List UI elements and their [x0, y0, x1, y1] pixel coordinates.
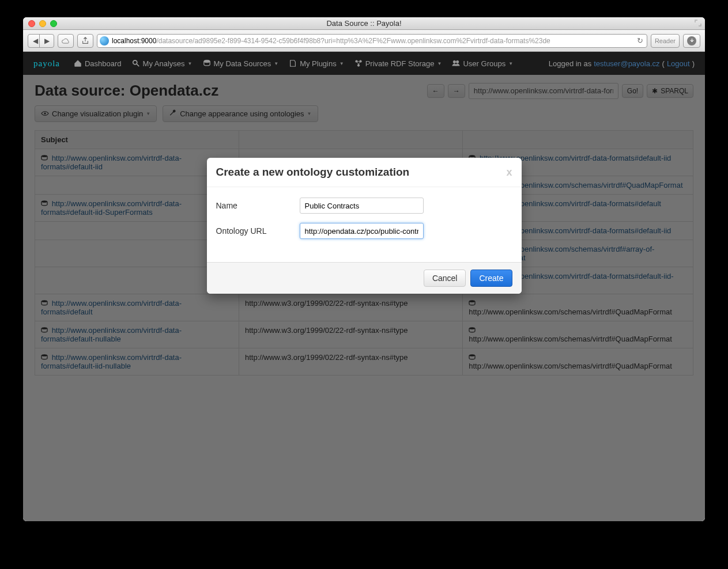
ontology-url-label: Ontology URL [216, 226, 300, 236]
reader-button[interactable]: Reader [651, 34, 680, 48]
nav-my-plugins[interactable]: My Plugins ▼ [289, 59, 344, 68]
download-icon [687, 36, 696, 45]
modal-header: Create a new ontology customization x [207, 158, 522, 187]
cancel-button[interactable]: Cancel [424, 270, 466, 287]
chevron-down-icon: ▼ [508, 61, 513, 66]
current-user-link[interactable]: testuser@payola.cz [594, 59, 659, 68]
url-host: localhost:9000 [112, 37, 156, 45]
nav-private-rdf-storage[interactable]: Private RDF Storage ▼ [354, 59, 442, 68]
chevron-down-icon: ▼ [340, 61, 344, 66]
nav-my-analyses[interactable]: My Analyses ▼ [132, 59, 193, 68]
nav-label: Private RDF Storage [365, 59, 435, 68]
browser-toolbar: ◀ ▶ localhost:9000/datasource/ad9895e2-f… [23, 30, 705, 52]
nav-my-data-sources[interactable]: My Data Sources ▼ [203, 59, 279, 68]
name-input[interactable] [300, 198, 424, 214]
ontology-url-input[interactable] [300, 223, 424, 239]
app-navbar: payola Dashboard My Analyses ▼ My Data S… [23, 52, 705, 75]
modal-overlay [23, 75, 705, 521]
modal-close-button[interactable]: x [506, 166, 512, 179]
logout-link[interactable]: Logout [667, 59, 690, 68]
name-label: Name [216, 201, 300, 210]
fullscreen-icon[interactable] [695, 20, 701, 26]
modal-body: Name Ontology URL [207, 187, 522, 262]
share-button[interactable] [77, 34, 93, 48]
site-icon [100, 36, 109, 45]
svg-point-5 [454, 60, 456, 63]
downloads-button[interactable] [683, 34, 700, 48]
nav-label: My Analyses [143, 59, 185, 68]
url-text: localhost:9000/datasource/ad9895e2-f899-… [112, 37, 550, 45]
forward-button[interactable]: ▶ [39, 34, 54, 48]
icloud-button[interactable] [58, 34, 74, 48]
chevron-down-icon: ▼ [437, 61, 442, 66]
nav-user-groups[interactable]: User Groups ▼ [452, 59, 513, 68]
nav-label: My Data Sources [214, 59, 271, 68]
nav-user-area: Logged in as testuser@payola.cz (Logout) [549, 59, 695, 68]
svg-point-1 [203, 60, 210, 62]
chevron-down-icon: ▼ [188, 61, 193, 66]
logged-in-label: Logged in as [549, 59, 591, 68]
modal-title: Create a new ontology customization [216, 166, 410, 179]
svg-point-6 [457, 60, 459, 63]
create-button[interactable]: Create [470, 270, 512, 287]
svg-point-0 [133, 60, 137, 65]
form-row-ontology-url: Ontology URL [216, 223, 512, 239]
create-ontology-modal: Create a new ontology customization x Na… [207, 158, 522, 294]
nav-label: My Plugins [300, 59, 337, 68]
nav-label: User Groups [463, 59, 506, 68]
form-row-name: Name [216, 198, 512, 214]
url-bar[interactable]: localhost:9000/datasource/ad9895e2-f899-… [97, 34, 647, 48]
brand-logo[interactable]: payola [33, 59, 60, 69]
url-path: /datasource/ad9895e2-f899-4314-9542-c59b… [156, 37, 550, 45]
modal-footer: Cancel Create [207, 262, 522, 294]
window-title: Data Source :: Payola! [23, 19, 705, 28]
window-titlebar: Data Source :: Payola! [23, 17, 705, 30]
nav-dashboard[interactable]: Dashboard [74, 59, 122, 68]
chevron-down-icon: ▼ [274, 61, 278, 66]
browser-window: Data Source :: Payola! ◀ ▶ localhost:900… [23, 17, 705, 521]
reload-icon[interactable]: ↻ [636, 36, 644, 45]
nav-label: Dashboard [85, 59, 122, 68]
